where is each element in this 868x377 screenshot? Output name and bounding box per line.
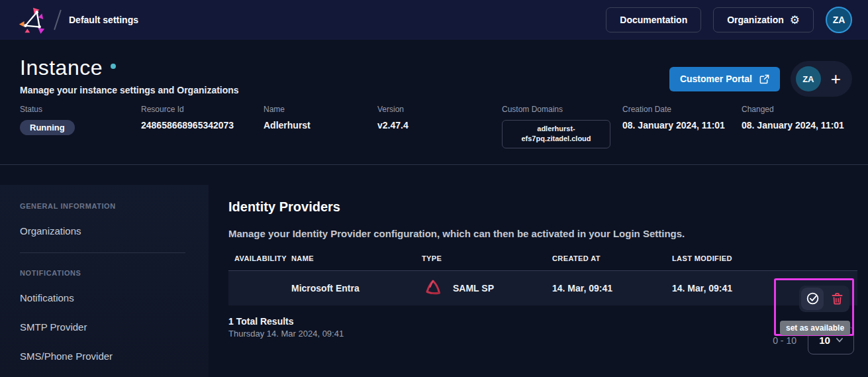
sidebar-divider [20,252,185,253]
customer-portal-button[interactable]: Customer Portal [669,67,780,91]
sidebar-item-sms-phone-provider[interactable]: SMS/Phone Provider [20,350,209,362]
set-available-button[interactable] [801,288,824,310]
instance-avatar[interactable]: ZA [796,66,821,91]
table-header: AVAILABILITY NAME TYPE CREATED AT LAST M… [228,254,857,271]
user-avatar[interactable]: ZA [826,7,852,33]
results-summary: 1 Total Results Thursday 14. Mar 2024, 0… [228,316,868,339]
status-label: Status [20,105,141,114]
col-name: NAME [291,254,422,262]
breadcrumb-separator [54,9,62,30]
idp-type-cell: SAML SP [422,277,552,299]
results-date: Thursday 14. Mar 2024, 09:41 [228,329,868,339]
name-value: Adlerhurst [264,120,377,131]
custom-domain-chip[interactable]: adlerhurst-efs7pq.zitadel.cloud [502,120,610,148]
breadcrumb[interactable]: Default settings [69,15,138,25]
instance-info-row: Status Running Resource Id 2486586689653… [0,97,868,164]
identity-providers-panel: Identity Providers Manage your Identity … [209,165,868,377]
creation-date-label: Creation Date [622,105,742,114]
customer-portal-label: Customer Portal [680,74,752,84]
page-range: 0 - 10 [773,335,796,346]
page-title-text: Instance [20,56,103,80]
instance-avatar-pill: ZA + [791,61,852,97]
sidebar-item-notifications[interactable]: Notifications [20,292,209,303]
col-last-modified: LAST MODIFIED [672,254,857,262]
sidebar-section-notifications: NOTIFICATIONS [20,269,209,277]
zitadel-console: Default settings Documentation Organizat… [0,0,868,377]
idp-type: SAML SP [453,283,494,294]
panel-description: Manage your Identity Provider configurat… [228,228,868,239]
version-value: v2.47.4 [377,120,502,131]
topbar: Default settings Documentation Organizat… [0,0,868,40]
external-link-icon [759,74,769,84]
custom-domains-label: Custom Domains [502,105,622,114]
check-circle-icon [806,292,820,305]
instance-header: Instance Manage your instance settings a… [0,40,868,97]
resource-id-label: Resource Id [141,105,264,114]
trash-icon [831,292,844,305]
idp-created-at: 14. Mar, 09:41 [552,283,672,294]
sidebar-item-organizations[interactable]: Organizations [20,225,209,237]
tooltip: set as available [780,321,850,335]
page-title: Instance [20,56,239,80]
status-badge: Running [20,120,75,135]
instance-status-dot [111,64,116,69]
sidebar-section-general: GENERAL INFORMATION [20,202,209,210]
version-label: Version [377,105,502,114]
resource-id-value: 248658668965342073 [141,120,264,131]
changed-value: 08. January 2024, 11:01 [742,120,844,131]
documentation-label: Documentation [620,15,687,25]
add-button[interactable]: + [831,70,841,87]
documentation-button[interactable]: Documentation [606,7,701,32]
col-type: TYPE [422,254,552,262]
table-row[interactable]: Microsoft Entra SAML SP 14. Mar, 09:41 1… [228,271,857,305]
gear-icon: ⚙ [790,15,800,26]
chevron-down-icon [836,338,843,343]
saml-icon [422,277,444,299]
highlight-box: set as available [774,278,854,336]
organization-label: Organization [727,15,784,25]
page-subtitle: Manage your instance settings and Organi… [20,85,239,95]
settings-sidebar: GENERAL INFORMATION Organizations NOTIFI… [0,185,209,377]
zitadel-logo-icon[interactable] [17,5,48,35]
changed-label: Changed [742,105,844,114]
panel-title: Identity Providers [228,199,868,215]
col-created-at: CREATED AT [552,254,672,262]
idp-table: AVAILABILITY NAME TYPE CREATED AT LAST M… [228,254,857,305]
organization-button[interactable]: Organization ⚙ [713,7,814,32]
sidebar-item-smtp-provider[interactable]: SMTP Provider [20,321,209,333]
idp-name: Microsoft Entra [291,283,422,294]
page-size-value: 10 [819,335,830,346]
row-actions [799,286,849,312]
creation-date-value: 08. January 2024, 11:01 [622,120,742,131]
col-availability: AVAILABILITY [234,254,291,262]
name-label: Name [264,105,377,114]
delete-button[interactable] [826,288,847,309]
total-results: 1 Total Results [228,316,868,327]
